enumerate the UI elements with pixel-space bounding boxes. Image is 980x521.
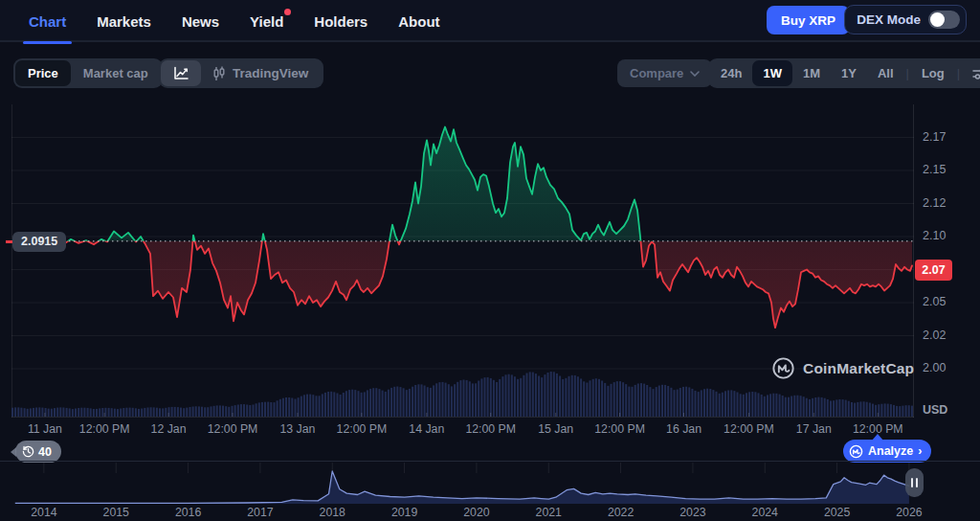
minimap-year-2018: 2018 [320,506,345,519]
x-axis-label-4: 13 Jan [279,422,315,436]
range-option-1y[interactable]: 1Y [831,60,867,86]
range-option-24h[interactable]: 24h [710,60,752,86]
nav-tab-about[interactable]: About [398,0,439,42]
y-axis-label-2.00: 2.00 [923,361,967,374]
nav-tab-yield[interactable]: Yield [250,0,283,42]
x-axis-label-0: 11 Jan [28,422,62,436]
watermark-text: CoinMarketCap [803,360,914,377]
x-axis-label-1: 12:00 PM [79,422,130,436]
dex-mode-switch[interactable] [928,11,960,29]
dex-mode-toggle-group[interactable]: DEX Mode [844,5,967,34]
minimap-year-2022: 2022 [608,506,634,519]
x-axis-label-3: 12:00 PM [208,422,258,436]
switch-knob [930,12,945,27]
timeline-minimap[interactable]: 2014201520162017201820192020202120222023… [0,461,980,521]
threshold-tick [6,240,12,243]
range-option-all[interactable]: All [867,60,904,86]
notification-dot [284,9,291,15]
watermark: CoinMarketCap [771,356,914,380]
candlestick-icon [212,66,226,81]
y-axis-label-2.17: 2.17 [923,130,967,144]
minimap-drag-handle[interactable] [905,468,924,497]
metric-option-price[interactable]: Price [15,60,71,86]
tune-icon [972,67,980,80]
tradingview-label: TradingView [233,66,308,80]
y-axis-label-2.10: 2.10 [923,229,967,242]
minimap-sparkline [11,463,924,505]
compare-button[interactable]: Compare [617,59,712,87]
line-chart-icon [173,66,189,80]
threshold-price-label: 2.0915 [12,232,66,252]
chevron-down-icon [690,71,700,77]
minimap-year-2019: 2019 [391,506,417,519]
range-divider: | [955,66,962,80]
nav-tabs: ChartMarketsNewsYieldHoldersAbout [29,0,440,42]
x-axis-label-10: 16 Jan [666,422,702,436]
analyze-logo-icon [849,444,863,459]
x-axis-label-11: 12:00 PM [724,422,774,436]
history-count: 40 [38,445,52,459]
range-option-1w[interactable]: 1W [752,60,792,86]
x-axis-label-9: 12:00 PM [594,422,645,436]
coinmarketcap-logo-icon [771,356,795,380]
current-price-badge: 2.07 [915,260,952,281]
tradingview-style-button[interactable]: TradingView [201,66,322,81]
x-axis-label-2: 12 Jan [151,422,187,436]
y-axis-unit: USD [923,403,947,417]
compare-label: Compare [630,66,683,80]
y-axis-label-2.02: 2.02 [923,328,967,342]
minimap-year-2014: 2014 [31,506,56,519]
dex-mode-label: DEX Mode [857,12,921,27]
analyze-arrow: › [918,444,922,458]
nav-tab-news[interactable]: News [182,0,219,42]
minimap-year-2021: 2021 [536,506,562,519]
analyze-button[interactable]: Analyze › [843,440,931,463]
minimap-year-2024: 2024 [752,506,778,519]
x-axis-label-5: 12:00 PM [337,422,388,436]
line-chart-style-button[interactable] [161,60,201,86]
chart-settings-button[interactable] [962,60,980,86]
xrp-chart-page: ChartMarketsNewsYieldHoldersAbout Buy XR… [0,0,980,521]
x-axis-label-12: 17 Jan [796,422,832,436]
y-axis-label-2.05: 2.05 [923,295,967,308]
minimap-year-2026: 2026 [896,506,922,519]
minimap-year-2023: 2023 [679,506,705,519]
minimap-year-2016: 2016 [175,506,201,519]
x-axis-label-7: 12:00 PM [465,422,516,436]
minimap-year-2017: 2017 [247,506,273,519]
metric-option-market-cap[interactable]: Market cap [71,60,161,86]
x-axis-label-6: 14 Jan [409,422,444,436]
minimap-year-2015: 2015 [103,506,129,519]
range-option-log[interactable]: Log [911,60,955,86]
nav-tab-chart[interactable]: Chart [29,0,66,42]
buy-xrp-button[interactable]: Buy XRP [767,6,850,34]
top-navigation: ChartMarketsNewsYieldHoldersAbout Buy XR… [0,0,980,42]
nav-tab-holders[interactable]: Holders [314,0,368,42]
analyze-label: Analyze [868,444,913,458]
minimap-year-2025: 2025 [824,506,850,519]
x-axis-label-8: 15 Jan [538,422,573,436]
y-axis-label-2.15: 2.15 [923,163,967,176]
y-axis-label-2.12: 2.12 [923,196,967,210]
nav-tab-markets[interactable]: Markets [97,0,151,42]
clock-history-icon [22,445,34,458]
chart-style-segmented-control: TradingView [159,58,323,88]
range-option-1m[interactable]: 1M [792,60,831,86]
metric-segmented-control: PriceMarket cap [13,58,163,88]
range-divider: | [904,66,911,80]
minimap-year-2020: 2020 [463,506,489,519]
history-count-badge[interactable]: 40 [15,441,61,463]
range-segmented-control: 24h1W1M1YAll|Log| [708,58,980,88]
